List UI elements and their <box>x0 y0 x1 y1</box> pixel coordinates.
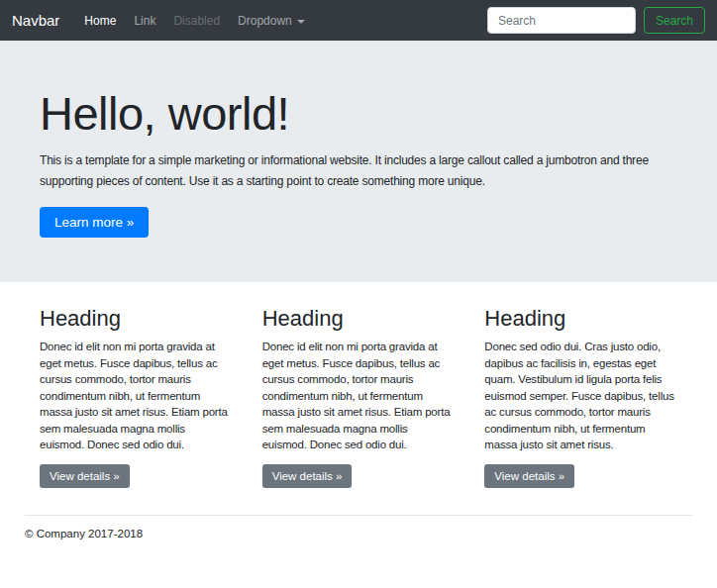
jumbotron-title: Hello, world! <box>40 90 677 137</box>
page: www.digitaldevs.com Navbar Home Link Dis… <box>0 0 717 588</box>
footer: © Company 2017-2018 <box>0 515 717 539</box>
view-details-button-2[interactable]: View details » <box>262 464 353 488</box>
content-column-3: Heading Donec sed odio dui. Cras justo o… <box>469 306 692 488</box>
navbar: Navbar Home Link Disabled Dropdown Searc… <box>0 0 717 41</box>
dropdown-label: Dropdown <box>238 14 292 28</box>
column-heading: Heading <box>262 306 456 332</box>
view-details-button-1[interactable]: View details » <box>40 464 130 488</box>
learn-more-button[interactable]: Learn more » <box>40 207 149 238</box>
jumbotron: Hello, world! This is a template for a s… <box>0 41 717 282</box>
footer-divider <box>25 515 692 516</box>
navbar-search-form: Search <box>487 7 705 34</box>
column-text: Donec sed odio dui. Cras justo odio, dap… <box>484 339 677 453</box>
nav-item-link[interactable]: Link <box>125 14 164 28</box>
search-input[interactable] <box>487 7 636 34</box>
copyright-text: © Company 2017-2018 <box>25 528 692 539</box>
content-column-1: Heading Donec id elit non mi porta gravi… <box>25 306 248 488</box>
nav-item-dropdown[interactable]: Dropdown <box>229 14 314 28</box>
search-button[interactable]: Search <box>644 7 705 34</box>
content-columns: Heading Donec id elit non mi porta gravi… <box>25 306 692 488</box>
column-text: Donec id elit non mi porta gravida at eg… <box>40 339 233 453</box>
jumbotron-description: This is a template for a simple marketin… <box>40 150 677 192</box>
main-content: Heading Donec id elit non mi porta gravi… <box>0 306 717 488</box>
column-text: Donec id elit non mi porta gravida at eg… <box>262 339 456 453</box>
column-heading: Heading <box>40 306 233 332</box>
content-column-2: Heading Donec id elit non mi porta gravi… <box>248 306 470 488</box>
nav-item-disabled: Disabled <box>164 14 229 28</box>
chevron-down-icon <box>297 20 305 24</box>
navbar-brand[interactable]: Navbar <box>12 12 59 29</box>
column-heading: Heading <box>484 306 677 332</box>
view-details-button-3[interactable]: View details » <box>484 464 574 488</box>
nav-item-home[interactable]: Home <box>75 14 125 28</box>
